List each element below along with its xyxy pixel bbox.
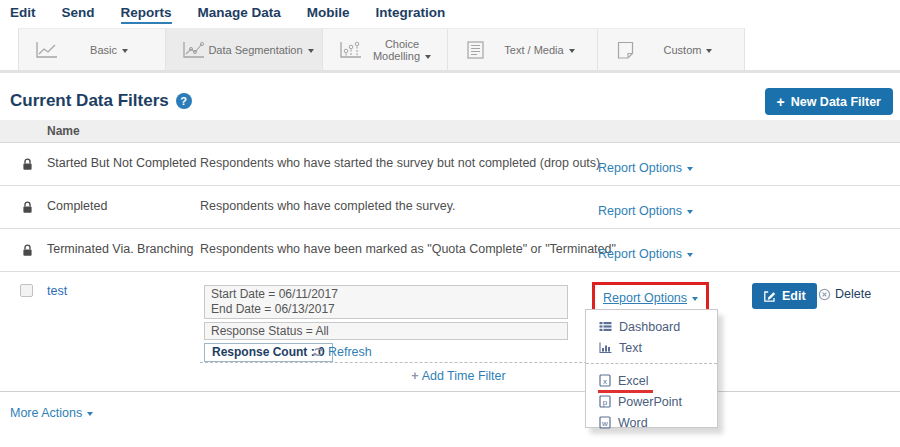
tab-basic[interactable]: Basic [18,29,165,70]
filter-name: Terminated Via. Branching [47,242,193,256]
caret-down-icon [569,49,575,53]
tab-label: Basic [59,44,165,56]
table-row: Started But Not Completed Respondents wh… [0,143,900,186]
word-file-icon: w [599,416,611,429]
menu-item-word[interactable]: w Word [586,412,717,433]
caret-down-icon [122,49,128,53]
caret-down-icon [687,210,693,214]
svg-text:x: x [603,377,607,386]
lock-icon [22,157,33,175]
tabbar-bottom-border [0,70,900,73]
plus-icon: + [411,369,418,383]
new-data-filter-button[interactable]: + New Data Filter [765,88,894,115]
row-checkbox[interactable] [20,284,33,297]
menu-divider-dashed [586,363,717,364]
table-row-test: test Start Date = 06/11/2017 End Date = … [0,272,900,392]
date-filter-box: Start Date = 06/11/2017 End Date = 06/13… [204,285,568,319]
delete-link[interactable]: Delete [818,287,871,301]
tab-label: Data Segmentation [206,44,322,56]
column-header-name: Name [47,124,80,138]
edit-button[interactable]: Edit [752,283,817,309]
line-chart-icon [33,40,59,60]
refresh-icon [312,346,324,358]
response-status-condition: Response Status = All [211,324,329,338]
lock-icon [22,243,33,261]
tab-text-media[interactable]: Text / Media [447,29,597,70]
caret-down-icon [687,253,693,257]
caret-down-icon [308,49,314,53]
refresh-link[interactable]: Refresh [312,345,372,359]
nav-item-integration[interactable]: Integration [376,5,446,22]
filter-name-link[interactable]: test [47,284,67,298]
svg-text:p: p [603,398,608,407]
nav-item-mobile[interactable]: Mobile [307,5,350,22]
excel-file-icon: x [599,374,611,387]
filter-description: Respondents who have been marked as "Quo… [200,242,616,256]
report-options-link-test[interactable]: Report Options [603,291,698,305]
svg-text:w: w [601,419,608,428]
menu-item-powerpoint[interactable]: p PowerPoint [586,391,717,412]
nav-item-manage-data[interactable]: Manage Data [198,5,281,22]
filter-description: Respondents who have completed the surve… [200,199,455,213]
scatter-line-chart-icon [180,40,206,60]
report-type-tabs: Basic Data Segmentation Choice Modelling… [18,28,745,70]
pencil-icon [763,290,776,303]
dashboard-list-icon [599,321,612,332]
page-title: Current Data Filters [10,91,169,111]
tab-label: Text / Media [488,44,597,56]
filter-name: Started But Not Completed [47,156,196,170]
table-row: Completed Respondents who have completed… [0,186,900,229]
report-options-link[interactable]: Report Options [598,204,693,218]
bar-chart-icon [599,342,612,353]
bubble-chart-icon [337,40,363,60]
tab-custom[interactable]: Custom [597,29,745,70]
report-options-dropdown: Dashboard Text x Excel p PowerPoint w [585,309,718,428]
menu-item-text[interactable]: Text [586,337,717,358]
nav-item-edit[interactable]: Edit [10,5,36,22]
status-filter-box: Response Status = All [204,322,568,340]
caret-down-icon [692,297,698,301]
powerpoint-file-icon: p [599,395,611,408]
report-options-link[interactable]: Report Options [598,161,693,175]
plus-icon: + [777,94,785,110]
menu-item-dashboard[interactable]: Dashboard [586,316,717,337]
data-filters-table: Name Started But Not Completed Responden… [0,120,900,392]
tab-data-segmentation[interactable]: Data Segmentation [165,29,322,70]
top-nav: Edit Send Reports Manage Data Mobile Int… [0,0,900,28]
tab-label: Choice Modelling [363,38,447,62]
table-row: Terminated Via. Branching Respondents wh… [0,229,900,272]
start-date-condition: Start Date = 06/11/2017 [211,287,561,302]
filter-name: Completed [47,199,107,213]
help-icon[interactable]: ? [176,93,192,109]
blank-page-icon [612,40,638,60]
filter-description: Respondents who have started the survey … [200,156,600,170]
report-options-link[interactable]: Report Options [598,247,693,261]
document-lines-icon [462,40,488,60]
nav-item-reports[interactable]: Reports [121,5,172,24]
nav-item-send[interactable]: Send [62,5,95,22]
caret-down-icon [425,55,431,59]
survey-reports-page: Edit Send Reports Manage Data Mobile Int… [0,0,900,447]
tab-label: Custom [638,44,744,56]
menu-item-excel[interactable]: x Excel [586,370,717,391]
page-head: Current Data Filters ? [10,91,192,111]
caret-down-icon [706,49,712,53]
table-header-row: Name [0,120,900,143]
more-actions-link[interactable]: More Actions [10,406,93,420]
tab-choice-modelling[interactable]: Choice Modelling [322,29,447,70]
caret-down-icon [687,167,693,171]
end-date-condition: End Date = 06/13/2017 [211,302,561,317]
circle-x-icon [818,288,831,301]
caret-down-icon [87,412,93,416]
lock-icon [22,200,33,218]
